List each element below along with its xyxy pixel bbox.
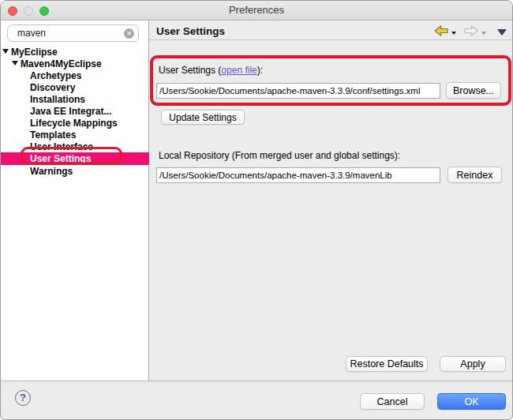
- user-settings-label: User Settings (open file):: [159, 65, 263, 76]
- user-settings-label-suffix: ):: [257, 65, 263, 76]
- tree-item-installations[interactable]: Installations: [1, 93, 149, 105]
- tree-item-lifecycle-mappings[interactable]: Lifecycle Mappings: [1, 117, 149, 129]
- tree-item-label: MyEclipse: [11, 47, 58, 58]
- update-settings-button[interactable]: Update Settings: [161, 110, 245, 125]
- tree-item-templates[interactable]: Templates: [1, 129, 149, 141]
- local-repository-path-field[interactable]: [156, 167, 440, 183]
- open-file-link[interactable]: open file: [221, 65, 256, 76]
- restore-defaults-button[interactable]: Restore Defaults: [346, 356, 428, 372]
- disclosure-triangle-icon[interactable]: [12, 61, 18, 66]
- tree-item-user-settings[interactable]: User Settings: [1, 152, 149, 165]
- tree-item-label: User Settings: [30, 153, 91, 164]
- tree-item-label: Archetypes: [30, 70, 81, 81]
- tree-item-label: Lifecycle Mappings: [30, 118, 118, 129]
- page-title: User Settings: [156, 25, 225, 37]
- back-arrow-icon[interactable]: [434, 25, 448, 36]
- header-divider: [150, 39, 512, 40]
- tree-item-user-interface[interactable]: User Interface: [1, 141, 149, 152]
- preferences-tree: MyEclipse Maven4MyEclipse Archetypes Dis…: [1, 46, 149, 177]
- disclosure-triangle-icon[interactable]: [2, 49, 9, 54]
- ok-button[interactable]: OK: [437, 393, 506, 410]
- tree-item-label: Installations: [30, 94, 85, 105]
- tree-item-label: Warnings: [30, 166, 73, 177]
- tree-item-label: Discovery: [30, 82, 75, 93]
- settings-path-field[interactable]: [156, 83, 440, 99]
- back-history-dropdown-icon[interactable]: [451, 32, 456, 35]
- forward-arrow-icon: [464, 25, 478, 36]
- clear-search-icon[interactable]: ✕: [124, 28, 134, 39]
- tree-item-label: Templates: [30, 129, 76, 141]
- user-settings-label-text: User Settings (: [159, 65, 221, 76]
- tree-item-java-ee-integration[interactable]: Java EE Integrat...: [1, 105, 149, 117]
- tree-item-maven4myeclipse[interactable]: Maven4MyEclipse: [1, 58, 149, 69]
- preferences-window: Preferences ✕ MyEclipse Maven4MyEclipse …: [0, 0, 513, 420]
- local-repository-label: Local Repository (From merged user and g…: [159, 150, 400, 161]
- browse-button[interactable]: Browse...: [446, 82, 501, 99]
- titlebar: Preferences: [1, 1, 512, 21]
- help-button[interactable]: ?: [15, 390, 31, 406]
- tree-item-label: User Interface: [30, 141, 93, 152]
- tree-item-warnings[interactable]: Warnings: [1, 165, 149, 177]
- filter-search-input[interactable]: [7, 24, 139, 42]
- header-nav-toolbar: [434, 25, 507, 36]
- forward-history-dropdown-icon: [481, 32, 486, 35]
- sidebar: ✕ MyEclipse Maven4MyEclipse Archetypes D…: [1, 21, 149, 381]
- reindex-button[interactable]: Reindex: [447, 167, 502, 183]
- tree-item-archetypes[interactable]: Archetypes: [1, 69, 149, 81]
- tree-item-myeclipse[interactable]: MyEclipse: [1, 46, 149, 58]
- tree-item-discovery[interactable]: Discovery: [1, 81, 149, 93]
- tree-item-label: Java EE Integrat...: [30, 106, 111, 117]
- cancel-button[interactable]: Cancel: [360, 393, 425, 410]
- footer-divider: [1, 381, 512, 381]
- apply-button[interactable]: Apply: [440, 356, 506, 372]
- tree-item-label: Maven4MyEclipse: [21, 58, 102, 69]
- window-title: Preferences: [1, 4, 512, 16]
- view-menu-icon[interactable]: [497, 29, 507, 36]
